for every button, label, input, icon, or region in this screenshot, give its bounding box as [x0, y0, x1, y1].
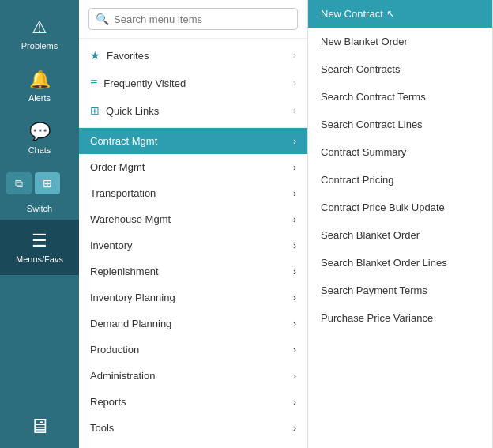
submenu-item-search-contract-terms[interactable]: Search Contract Terms [308, 83, 492, 111]
warehouse-mgmt-label: Warehouse Mgmt [90, 213, 293, 225]
list-icon: ≡ [90, 76, 97, 90]
menu-category-order-mgmt[interactable]: Order Mgmt › [79, 154, 307, 180]
submenu-item-search-blanket-order-lines[interactable]: Search Blanket Order Lines [308, 249, 492, 277]
menu-category-inventory-planning[interactable]: Inventory Planning › [79, 284, 307, 311]
search-contracts-label: Search Contracts [321, 63, 400, 75]
switch-label: Switch [0, 204, 79, 213]
chevron-right-icon: › [293, 50, 296, 61]
chevron-right-icon: › [293, 136, 296, 147]
favorites-label: Favorites [107, 50, 293, 62]
menu-category-transportation[interactable]: Transportation › [79, 180, 307, 206]
quick-links-label: Quick Links [106, 105, 293, 117]
production-label: Production [90, 344, 293, 356]
search-box: 🔍 [79, 0, 307, 39]
sidebar: ⚠ Problems 🔔 Alerts 💬 Chats ⧉ ⊞ Switch ☰… [0, 0, 79, 448]
chevron-right-icon: › [293, 240, 296, 251]
sidebar-item-chats[interactable]: 💬 Chats [0, 112, 79, 164]
cursor-indicator: ↖ [386, 8, 395, 20]
submenu-item-contract-price-bulk-update[interactable]: Contract Price Bulk Update [308, 194, 492, 221]
submenu-item-search-contract-lines[interactable]: Search Contract Lines [308, 111, 492, 138]
submenu-item-new-contract[interactable]: New Contract ↖ [308, 0, 492, 28]
menus-favs-label: Menus/Favs [16, 254, 63, 264]
menu-category-reports[interactable]: Reports › [79, 389, 307, 415]
search-contract-lines-label: Search Contract Lines [321, 119, 423, 130]
chevron-right-icon: › [293, 397, 296, 408]
inventory-label: Inventory [90, 239, 293, 251]
menu-categories: Contract Mgmt › Order Mgmt › Transportat… [79, 128, 307, 441]
chevron-right-icon: › [293, 105, 296, 116]
sidebar-item-alerts-label: Alerts [28, 93, 51, 103]
submenu-item-purchase-price-variance[interactable]: Purchase Price Variance [308, 304, 492, 332]
menu-category-inventory[interactable]: Inventory › [79, 232, 307, 258]
search-payment-terms-label: Search Payment Terms [321, 284, 427, 296]
contract-price-bulk-update-label: Contract Price Bulk Update [321, 201, 445, 213]
menu-category-tools[interactable]: Tools › [79, 415, 307, 441]
chevron-right-icon: › [293, 266, 296, 277]
chevron-right-icon: › [293, 162, 296, 173]
search-input[interactable] [114, 13, 291, 25]
submenu-item-new-blanket-order[interactable]: New Blanket Order [308, 28, 492, 55]
chevron-right-icon: › [293, 77, 296, 88]
submenu-item-search-contracts[interactable]: Search Contracts [308, 55, 492, 83]
new-contract-label: New Contract [321, 8, 383, 20]
demand-planning-label: Demand Planning [90, 318, 293, 329]
chevron-right-icon: › [293, 292, 296, 303]
bell-icon: 🔔 [29, 70, 51, 90]
menu-category-administration[interactable]: Administration › [79, 363, 307, 389]
menu-category-replenishment[interactable]: Replenishment › [79, 258, 307, 284]
frequently-visited-label: Frequently Visited [103, 77, 293, 89]
submenu-item-search-blanket-order[interactable]: Search Blanket Order [308, 221, 492, 249]
contract-pricing-label: Contract Pricing [321, 174, 393, 186]
menu-item-favorites[interactable]: ★ Favorites › [79, 42, 307, 69]
search-contract-terms-label: Search Contract Terms [321, 91, 426, 103]
menu-item-quick-links[interactable]: ⊞ Quick Links › [79, 97, 307, 124]
submenu-item-contract-pricing[interactable]: Contract Pricing [308, 166, 492, 194]
switch-row[interactable]: ⧉ ⊞ [0, 164, 79, 202]
chevron-right-icon: › [293, 188, 296, 199]
inventory-planning-label: Inventory Planning [90, 292, 293, 303]
tools-label: Tools [90, 422, 293, 434]
sidebar-item-menus-favs[interactable]: ☰ Menus/Favs [0, 220, 79, 275]
sidebar-item-chats-label: Chats [28, 145, 51, 155]
hamburger-icon: ☰ [32, 231, 47, 251]
reports-label: Reports [90, 396, 293, 408]
sidebar-item-problems-label: Problems [21, 41, 58, 51]
star-icon: ★ [90, 49, 100, 62]
submenu-item-search-payment-terms[interactable]: Search Payment Terms [308, 277, 492, 304]
chevron-right-icon: › [293, 318, 296, 329]
submenu-item-contract-summary[interactable]: Contract Summary [308, 138, 492, 166]
top-menu-items: ★ Favorites › ≡ Frequently Visited › ⊞ Q… [79, 39, 307, 128]
transportation-label: Transportation [90, 187, 293, 199]
new-blanket-order-label: New Blanket Order [321, 36, 408, 47]
chevron-right-icon: › [293, 214, 296, 225]
menu-category-production[interactable]: Production › [79, 337, 307, 363]
menu-category-contract-mgmt[interactable]: Contract Mgmt › [79, 128, 307, 154]
contract-mgmt-label: Contract Mgmt [90, 135, 293, 147]
warning-icon: ⚠ [32, 17, 47, 38]
switch-section: ⧉ ⊞ Switch [0, 164, 79, 220]
menu-category-warehouse-mgmt[interactable]: Warehouse Mgmt › [79, 206, 307, 232]
menu-section: ★ Favorites › ≡ Frequently Visited › ⊞ Q… [79, 39, 307, 448]
order-mgmt-label: Order Mgmt [90, 161, 293, 173]
chevron-right-icon: › [293, 371, 296, 382]
menu-item-frequently-visited[interactable]: ≡ Frequently Visited › [79, 69, 307, 97]
contract-summary-label: Contract Summary [321, 146, 406, 158]
search-box-inner: 🔍 [88, 8, 298, 30]
administration-label: Administration [90, 370, 293, 382]
sidebar-item-problems[interactable]: ⚠ Problems [0, 8, 79, 60]
chat-icon: 💬 [29, 122, 51, 142]
menu-category-demand-planning[interactable]: Demand Planning › [79, 311, 307, 337]
search-blanket-order-lines-label: Search Blanket Order Lines [321, 257, 447, 269]
purchase-price-variance-label: Purchase Price Variance [321, 312, 433, 324]
replenishment-label: Replenishment [90, 265, 293, 277]
chevron-right-icon: › [293, 344, 296, 356]
search-blanket-order-label: Search Blanket Order [321, 229, 420, 241]
menu-panel: 🔍 ★ Favorites › ≡ Frequently Visited › ⊞… [79, 0, 308, 448]
sidebar-item-alerts[interactable]: 🔔 Alerts [0, 60, 79, 112]
switch-icon-2: ⊞ [35, 172, 60, 194]
monitor-icon: 🖥 [29, 414, 50, 439]
switch-icon-1: ⧉ [6, 172, 32, 194]
chevron-right-icon: › [293, 423, 296, 434]
submenu-panel: New Contract ↖ New Blanket Order Search … [308, 0, 493, 448]
sidebar-item-monitor[interactable]: 🖥 [0, 405, 79, 448]
